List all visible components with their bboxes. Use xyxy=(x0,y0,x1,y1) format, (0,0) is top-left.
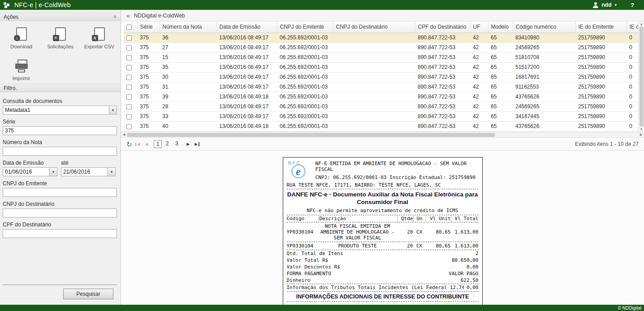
grid-cell: 42 xyxy=(470,43,488,52)
grid-horizontal-scrollbar[interactable]: ◀ ▶ xyxy=(121,132,644,137)
row-checkbox[interactable] xyxy=(126,75,132,80)
chevron-down-icon[interactable]: ▼ xyxy=(109,106,117,114)
grid-cell: 06.255.692/0001-03 xyxy=(277,111,333,121)
table-row[interactable]: 3754013/06/2016 08:49:1806.255.692/0001-… xyxy=(124,121,644,131)
grid-column-header[interactable]: Modelo xyxy=(488,21,513,33)
grid-cell: 13/06/2016 08:49:17 xyxy=(216,33,277,43)
receipt-item-vt: 1.613,00 xyxy=(451,243,479,249)
select-all-checkbox[interactable] xyxy=(126,25,132,30)
grid-cell xyxy=(333,62,415,72)
select-all-header[interactable] xyxy=(124,21,137,33)
user-menu[interactable]: ndd xyxy=(602,2,612,8)
receipt-col-descricao: Descrição xyxy=(318,216,397,222)
grid-cell: 890.847.722-53 xyxy=(415,43,470,52)
data-de-picker[interactable]: ▼ xyxy=(3,167,57,176)
row-checkbox[interactable] xyxy=(126,65,132,70)
collapse-up-icon[interactable]: « xyxy=(112,15,118,18)
cnpj-destinatario-input[interactable] xyxy=(3,209,117,217)
row-checkbox[interactable] xyxy=(126,124,132,129)
numero-input[interactable] xyxy=(3,147,117,156)
chevron-down-icon[interactable]: ▾ xyxy=(615,3,617,7)
prev-page-icon[interactable]: ◀ xyxy=(144,142,149,146)
grid-cell: 51810708 xyxy=(513,52,575,62)
grid-cell: 83410980 xyxy=(513,33,575,43)
table-row[interactable]: 3753913/06/2016 08:49:1806.255.692/0001-… xyxy=(124,92,644,102)
scroll-left-icon[interactable]: ◀ xyxy=(121,133,127,136)
search-button[interactable]: Pesquisar xyxy=(63,289,113,299)
receipt-item-d: NOTA FISCAL EMITIDA EM AMBIENTE DE HOMOL… xyxy=(318,223,397,241)
table-row[interactable]: 3753113/06/2016 08:49:1706.255.692/0001-… xyxy=(124,82,644,92)
action-exportar-csv[interactable]: XExportar CSV xyxy=(80,27,119,49)
grid-column-header[interactable]: CNPJ do Destinatário xyxy=(333,21,415,33)
serie-input[interactable] xyxy=(3,126,117,135)
scroll-up-icon[interactable]: ▲ xyxy=(640,22,643,26)
consulta-select[interactable]: ▼ xyxy=(3,106,117,115)
collapse-left-icon[interactable]: « xyxy=(126,13,130,19)
table-row[interactable]: 3752813/06/2016 08:49:1706.255.692/0001-… xyxy=(124,102,644,111)
action-imprimir[interactable]: Imprimir xyxy=(2,59,41,81)
action-solicitacoes[interactable]: ≡Solicitações xyxy=(41,27,80,49)
row-checkbox[interactable] xyxy=(126,45,132,51)
row-checkbox[interactable] xyxy=(126,85,132,90)
grid-cell: 24569265 xyxy=(513,43,575,52)
consulta-input[interactable] xyxy=(3,106,117,115)
grid-cell xyxy=(333,72,415,82)
row-checkbox[interactable] xyxy=(126,114,132,119)
table-row[interactable]: 3753313/06/2016 08:49:1706.255.692/0001-… xyxy=(124,111,644,121)
scroll-right-icon[interactable]: ▶ xyxy=(638,133,644,136)
chevron-down-icon[interactable]: ▼ xyxy=(49,168,57,176)
grid-cell: 890.847.722-53 xyxy=(415,62,470,72)
grid-column-header[interactable]: CNPJ do Emitente xyxy=(277,21,333,33)
horizontal-scroll-thumb[interactable] xyxy=(127,133,495,137)
breadcrumb-title: NDDigital e-ColdWeb xyxy=(134,13,185,19)
table-row[interactable]: 3753513/06/2016 08:49:1706.255.692/0001-… xyxy=(124,62,644,72)
grid-column-header[interactable]: UF xyxy=(470,21,488,33)
next-page-icon[interactable]: ▶ xyxy=(186,142,190,146)
page-button[interactable]: 1 xyxy=(154,140,162,148)
grid-cell: 890.847.722-53 xyxy=(415,92,470,102)
cnpj-emitente-input[interactable] xyxy=(3,188,117,197)
grid-column-header[interactable]: CPF do Destinatário xyxy=(415,21,470,33)
vertical-scroll-thumb[interactable] xyxy=(640,26,644,127)
row-checkbox[interactable] xyxy=(126,94,132,100)
first-page-icon[interactable]: ◀ xyxy=(135,142,141,146)
receipt-total-row: Qtd. Total de Itens2 xyxy=(287,250,479,257)
grid-cell: 65 xyxy=(488,43,513,52)
receipt-total-row: Valor Total R$80.650,00 xyxy=(287,257,479,264)
grid-column-header[interactable]: IE do Emitente xyxy=(575,21,627,33)
grid-column-header[interactable]: Data de Emissão xyxy=(216,21,277,33)
last-page-icon[interactable]: ▶ xyxy=(194,142,199,146)
action-download[interactable]: ↓Download xyxy=(2,27,41,49)
grid-cell: 375 xyxy=(137,33,160,43)
receipt-item: YP0330104PRODUTO TESTE20CX80,651.613,00 xyxy=(287,242,479,250)
row-checkbox[interactable] xyxy=(126,104,132,110)
grid-cell: 13/06/2016 08:49:17 xyxy=(216,82,277,92)
cpf-destinatario-input[interactable] xyxy=(3,229,117,238)
help-icon[interactable]: ? xyxy=(631,2,634,9)
data-ate-picker[interactable]: ▼ xyxy=(61,167,116,176)
page-button[interactable]: 2 xyxy=(163,140,171,148)
action-label: Solicitações xyxy=(47,44,73,49)
grid-cell: 91162553 xyxy=(513,82,575,92)
grid-cell: 06.255.692/0001-03 xyxy=(277,82,333,92)
scroll-down-icon[interactable]: ▼ xyxy=(640,128,643,131)
grid-cell: 15 xyxy=(160,52,216,62)
grid-cell xyxy=(333,111,415,121)
table-row[interactable]: 3751513/06/2016 08:49:1706.255.692/0001-… xyxy=(124,52,644,62)
page-button[interactable]: 3 xyxy=(173,140,181,148)
grid-column-header[interactable]: Série xyxy=(137,21,160,33)
grid-cell: 13/06/2016 08:49:17 xyxy=(216,62,277,72)
row-checkbox[interactable] xyxy=(126,35,132,41)
table-row[interactable]: 3753013/06/2016 08:49:1706.255.692/0001-… xyxy=(124,72,644,82)
grid-vertical-scrollbar[interactable]: ▲ ▼ xyxy=(638,21,644,132)
chevron-down-icon[interactable]: ▼ xyxy=(108,168,115,176)
row-checkbox[interactable] xyxy=(126,55,132,60)
grid-cell: 42 xyxy=(470,52,488,62)
grid-column-header[interactable]: Número da Nota xyxy=(160,21,216,33)
receipt-subtitle: NFC-e não permite aproveitamento de créd… xyxy=(287,208,479,213)
table-row[interactable]: 3753613/06/2016 08:49:1706.255.692/0001-… xyxy=(124,33,644,43)
grid-cell: 251759890 xyxy=(575,72,627,82)
refresh-icon[interactable]: ↻ xyxy=(126,141,132,148)
table-row[interactable]: 3752713/06/2016 08:49:1706.255.692/0001-… xyxy=(124,43,644,52)
grid-column-header[interactable]: Código numérico xyxy=(513,21,575,33)
